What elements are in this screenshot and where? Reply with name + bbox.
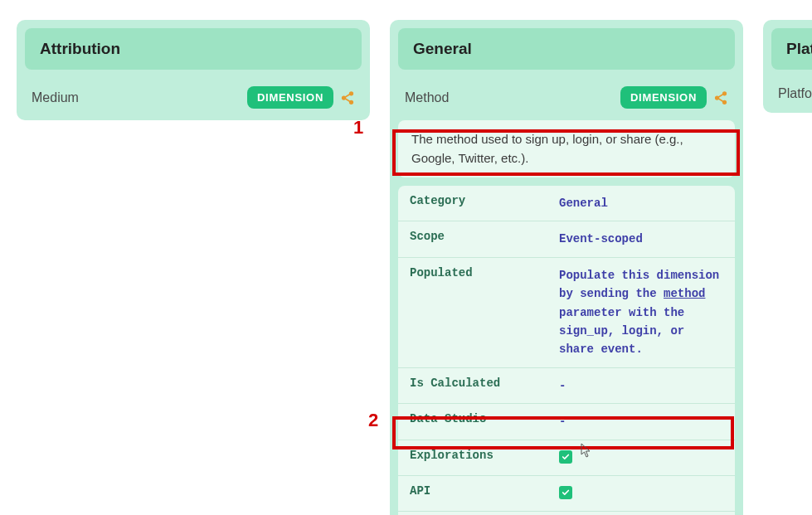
dt-value: -	[559, 377, 723, 395]
card-platform: Plat Platfor	[763, 20, 812, 113]
cards-row: Attribution Medium DIMENSION Ge	[0, 0, 812, 515]
dimension-badge: DIMENSION	[247, 86, 333, 109]
svg-line-9	[718, 98, 723, 101]
row-label: Platfor	[778, 86, 812, 101]
row-label: Method	[405, 90, 449, 105]
row-explorations: Explorations	[398, 440, 735, 476]
share-icon[interactable]	[340, 90, 355, 105]
svg-line-4	[345, 98, 350, 101]
card-attribution: Attribution Medium DIMENSION	[17, 20, 370, 120]
check-icon	[559, 450, 572, 464]
dt-value: General	[559, 194, 723, 212]
method-description: The method used to sign up, login, or sh…	[398, 120, 735, 177]
row-category: Category General	[398, 186, 735, 221]
dt-value: -	[559, 412, 723, 430]
card-title: General	[413, 40, 720, 58]
dt-label: Explorations	[410, 449, 559, 462]
dimension-badge: DIMENSION	[620, 86, 707, 109]
dt-label: Scope	[410, 230, 559, 243]
row-api: API	[398, 476, 735, 512]
row-scope: Scope Event-scoped	[398, 221, 735, 257]
populated-keyword: method	[664, 287, 705, 300]
share-icon[interactable]	[713, 90, 728, 105]
card-header-platform: Plat	[771, 28, 812, 70]
card-title: Attribution	[40, 40, 347, 58]
dt-value: Event-scoped	[559, 230, 723, 248]
card-title: Plat	[786, 40, 812, 58]
card-row-general-method[interactable]: Method DIMENSION	[398, 78, 735, 112]
dt-label: Category	[410, 194, 559, 207]
svg-line-3	[345, 94, 350, 97]
dt-label: Is Calculated	[410, 377, 559, 390]
row-label: Medium	[32, 90, 79, 105]
row-apiname: API Name method	[398, 512, 735, 515]
detail-table: Category General Scope Event-scoped Popu…	[398, 186, 735, 515]
populated-suffix: parameter with the sign_up, login, or sh…	[559, 306, 684, 357]
dt-label: Populated	[410, 266, 559, 279]
dt-label: Data Studio	[410, 412, 559, 425]
card-header-attribution: Attribution	[25, 28, 362, 70]
check-icon	[559, 486, 572, 499]
row-right: DIMENSION	[247, 86, 355, 109]
dt-label: API	[410, 484, 559, 498]
dt-value: Populate this dimension by sending the m…	[559, 266, 723, 359]
card-header-general: General	[398, 28, 735, 70]
row-iscalculated: Is Calculated -	[398, 368, 735, 404]
dt-value	[559, 484, 723, 503]
dt-value	[559, 449, 723, 467]
card-row-platform[interactable]: Platfor	[771, 78, 812, 104]
card-row-attribution-medium[interactable]: Medium DIMENSION	[25, 78, 362, 112]
row-right: DIMENSION	[620, 86, 728, 109]
svg-line-8	[718, 94, 723, 97]
row-populated: Populated Populate this dimension by sen…	[398, 258, 735, 368]
card-general: General Method DIMENSION The method used…	[390, 20, 743, 515]
row-datastudio: Data Studio -	[398, 404, 735, 440]
